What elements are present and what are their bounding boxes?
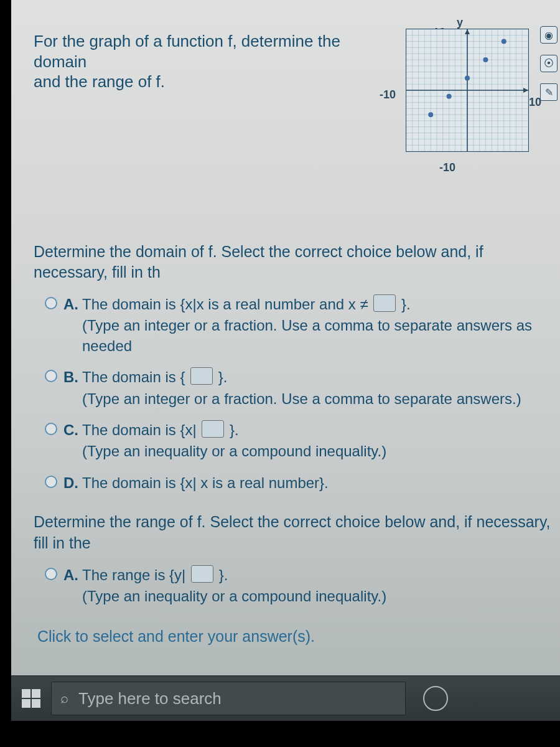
domain-option-b[interactable]: B. The domain is { }. (Type an integer o… [45,367,560,409]
option-hint: (Type an inequality or a compound inequa… [82,441,560,461]
domain-option-a[interactable]: A. The domain is {x|x is a real number a… [45,294,560,356]
option-label: B. [63,367,82,387]
graph-panel: y 10 x -10 10 -10 [396,29,539,172]
search-icon: ⌕ [60,690,68,707]
option-label: A. [63,294,82,314]
option-body: The domain is { }. (Type an integer or a… [82,367,560,409]
start-button[interactable] [11,676,51,721]
range-option-a[interactable]: A. The range is {y| }. (Type an inequali… [45,565,560,607]
opt-text-before: The domain is {x| [82,421,197,438]
option-body: The domain is {x| x is a real number}. [82,473,560,493]
prompt-line-2: and the range of f. [34,72,165,91]
cortana-button[interactable] [423,686,448,711]
windows-taskbar: ⌕ Type here to search [11,675,560,721]
domain-option-d[interactable]: D. The domain is {x| x is a real number}… [45,473,560,493]
x-min-label: -10 [380,88,396,101]
svg-marker-44 [465,29,470,34]
edit-graph-button[interactable]: ✎ [540,83,558,101]
range-heading: Determine the range of f. Select the cor… [34,512,560,554]
option-body: The domain is {x|x is a real number and … [82,294,560,356]
answer-blank[interactable] [202,420,224,438]
option-body: The range is {y| }. (Type an inequality … [82,565,560,607]
opt-text-after: }. [219,566,228,583]
windows-logo-icon [22,689,40,708]
option-label: D. [63,473,82,493]
monitor-bezel-left [0,0,11,747]
opt-text-after: }. [230,421,239,438]
prompt-line-1: For the graph of a function f, determine… [34,32,340,71]
question-prompt: For the graph of a function f, determine… [34,31,370,92]
y-axis-label: y [457,16,463,29]
monitor-bezel-bottom [0,721,560,747]
zoom-in-button[interactable]: ◉ [540,26,558,44]
svg-point-48 [465,75,470,80]
opt-text: The domain is {x| x is a real number}. [82,474,329,491]
y-min-label: -10 [439,161,455,174]
opt-text-after: }. [401,296,411,312]
svg-point-46 [428,112,433,117]
radio-range-a[interactable] [45,568,57,580]
graph-plot[interactable] [406,29,529,152]
svg-point-49 [483,57,488,62]
answer-blank[interactable] [373,294,396,312]
option-body: The domain is {x| }. (Type an inequality… [82,420,560,462]
opt-text-after: }. [218,369,228,385]
question-content: For the graph of a function f, determine… [11,0,560,747]
svg-point-47 [447,94,452,99]
domain-option-c[interactable]: C. The domain is {x| }. (Type an inequal… [45,420,560,462]
option-hint: (Type an integer or a fraction. Use a co… [82,316,560,356]
footer-help[interactable]: Click to select and enter your answer(s)… [37,627,560,646]
radio-domain-c[interactable] [45,423,57,435]
radio-domain-a[interactable] [45,297,57,309]
radio-domain-d[interactable] [45,476,57,488]
opt-text-before: The domain is { [82,369,185,385]
option-label: C. [63,420,82,440]
domain-heading: Determine the domain of f. Select the co… [34,242,560,284]
answer-blank[interactable] [191,565,213,583]
opt-text-before: The domain is {x|x is a real number and … [82,296,368,312]
option-label: A. [63,565,82,585]
radio-domain-b[interactable] [45,370,57,382]
search-placeholder: Type here to search [78,689,222,708]
opt-text-before: The range is {y| [82,566,185,583]
x-max-label: 10 [529,96,541,109]
option-hint: (Type an integer or a fraction. Use a co… [82,389,560,409]
svg-marker-45 [523,88,528,93]
zoom-out-button[interactable]: ⦿ [540,55,558,72]
graph-toolbar: ◉ ⦿ ✎ [540,26,558,101]
answer-blank[interactable] [190,367,213,385]
svg-point-50 [502,39,506,44]
taskbar-search[interactable]: ⌕ Type here to search [51,682,406,715]
option-hint: (Type an inequality or a compound inequa… [82,586,560,606]
